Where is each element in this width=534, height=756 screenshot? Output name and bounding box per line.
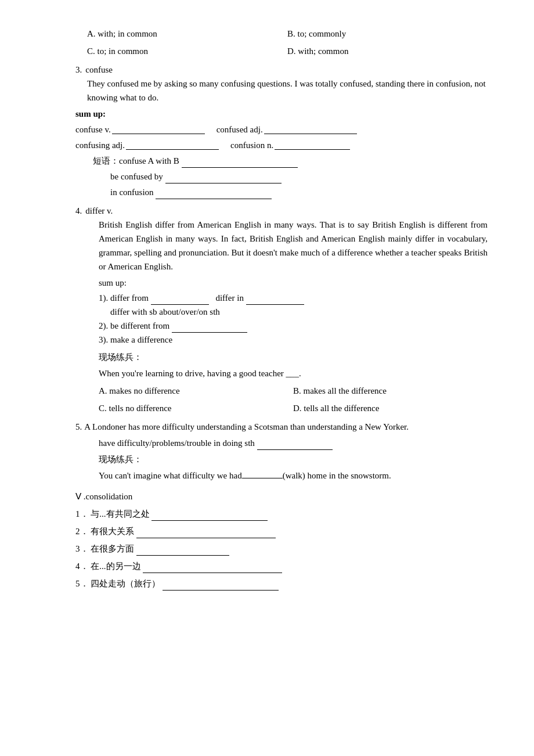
confuse-v-blank	[112, 125, 205, 134]
consol-item-2-num: 2．	[75, 527, 89, 536]
differ-in-blank	[246, 296, 304, 305]
consol-blank-2	[136, 529, 276, 538]
item4-s3: 3). make a difference	[99, 335, 172, 344]
walk-blank	[242, 469, 283, 478]
item5-phrase: have difficulty/problems/trouble in doin…	[99, 438, 255, 448]
item4-s1: 1). differ from	[99, 293, 149, 303]
practice-q-4: When you're learning to drive, having a …	[99, 366, 488, 380]
item4-opt-A: A. makes no difference	[99, 384, 293, 398]
consol-item-1-text: 与...有共同之处	[91, 509, 149, 519]
item5-number: 5.	[75, 420, 82, 434]
sumup-label-4: sum up:	[99, 278, 127, 287]
practice-q2-5: (walk) home in the snowstorm.	[283, 469, 391, 483]
difficulty-blank	[257, 441, 333, 450]
item4-number: 4.	[75, 204, 82, 218]
confused-adj-label: confused adj.	[217, 123, 263, 136]
confuse-v-label: confuse v.	[75, 123, 111, 136]
item3-word: confuse	[85, 63, 113, 77]
consol-blank-3	[136, 546, 229, 556]
item4-opt-B: B. makes all the difference	[293, 384, 488, 398]
consol-item-1-num: 1．	[75, 509, 89, 519]
item5-sentence: A Londoner has more difficulty understan…	[84, 420, 409, 434]
item3-example: They confused me by asking so many confu…	[87, 77, 488, 105]
item4-s2: 2). be different from	[99, 321, 169, 330]
item4-opt-D: D. tells all the difference	[293, 401, 488, 415]
sumup-label-3: sum up:	[75, 109, 106, 118]
phrase2-label: be confused by	[110, 172, 163, 181]
phrase3-blank	[156, 190, 272, 199]
item4-s1b: differ in	[215, 293, 243, 303]
consol-item-3-text: 在很多方面	[91, 544, 134, 553]
consol-item-4-num: 4．	[75, 561, 89, 571]
item4-paragraph: British English differ from American Eng…	[99, 218, 488, 273]
consol-item-4-text: 在...的另一边	[91, 561, 140, 571]
confusion-n-blank	[275, 141, 350, 150]
consol-blank-4	[143, 564, 282, 573]
item4-word: differ v.	[85, 204, 113, 218]
option-A: A. with; in common	[87, 27, 287, 41]
consol-item-5-text: 四处走动（旅行）	[91, 579, 160, 588]
option-B: B. to; commonly	[287, 27, 488, 41]
option-C: C. to; in common	[87, 44, 287, 58]
practice-label-5: 现场练兵：	[99, 452, 488, 466]
consol-blank-5	[163, 581, 279, 591]
confusion-n-label: confusion n.	[230, 138, 273, 152]
confused-adj-blank	[264, 125, 357, 134]
consol-blank-1	[151, 512, 268, 521]
confusing-adj-blank	[126, 141, 219, 150]
phrase1-blank	[182, 159, 298, 168]
item4-opt-C: C. tells no difference	[99, 401, 293, 415]
phrase2-blank	[165, 174, 282, 183]
phrase3-label: in confusion	[110, 188, 154, 197]
confusing-adj-label: confusing adj.	[75, 138, 125, 152]
item3-number: 3.	[75, 63, 82, 77]
item4-s1c: differ with sb about/over/on sth	[110, 307, 220, 316]
differ-from-blank	[151, 296, 209, 305]
section-v-title: Ⅴ .consolidation	[75, 489, 488, 503]
consol-item-3-num: 3．	[75, 544, 89, 553]
consol-item-5-num: 5．	[75, 579, 89, 588]
practice-label-4: 现场练兵：	[99, 350, 488, 364]
be-different-blank	[172, 323, 247, 333]
consol-item-2-text: 有很大关系	[91, 527, 134, 536]
phrase1-label: 短语：confuse A with B	[93, 156, 179, 165]
practice-q1-5: You can't imagine what difficulty we had	[99, 469, 242, 483]
option-D: D. with; common	[287, 44, 488, 58]
